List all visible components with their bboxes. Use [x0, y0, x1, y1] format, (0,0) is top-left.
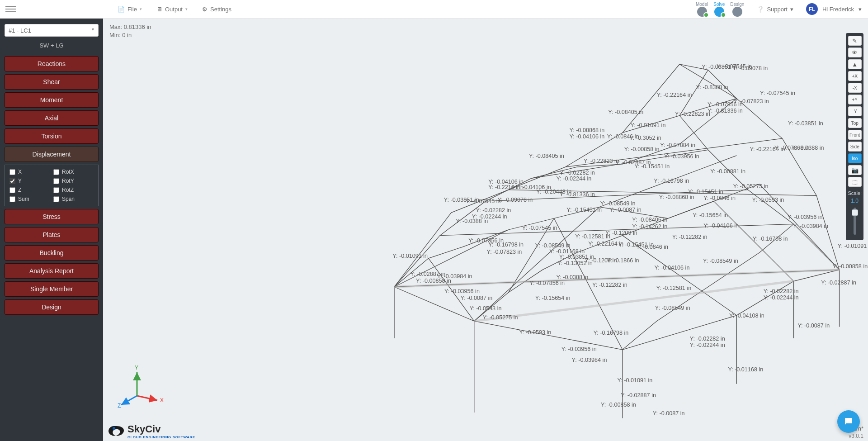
- displacement-label: Y: -0.03984 in: [572, 357, 607, 363]
- view-front[interactable]: Front: [848, 130, 862, 140]
- btn-plates[interactable]: Plates: [5, 227, 99, 242]
- menu-settings[interactable]: ⚙ Settings: [202, 6, 231, 13]
- view-minus-x[interactable]: -X: [848, 83, 862, 93]
- stage-model[interactable]: Model: [696, 2, 708, 17]
- view-plus-y[interactable]: +Y: [848, 95, 862, 104]
- displacement-label: Y: -0.08549 in: [535, 242, 571, 249]
- menu-output[interactable]: 🖥 Output ▾: [156, 6, 188, 13]
- displacement-label: Y: -0.01091 in: [631, 122, 666, 128]
- displacement-label: Y: -0.0388 in: [792, 145, 824, 151]
- structure-model: Y: -0.03851 inY: -0.07545 inY: -0.09078 …: [103, 19, 868, 441]
- view-plus-x[interactable]: +X: [848, 71, 862, 81]
- displacement-label: Y: -0.0087 in: [653, 410, 685, 417]
- chk-rotx[interactable]: RotX: [53, 169, 94, 175]
- displacement-label: Y: -0.22823 in: [584, 158, 619, 164]
- version: v3.0.1: [849, 433, 863, 439]
- displacement-label: Y: -0.15451 in: [566, 207, 602, 213]
- stage-solve[interactable]: Solve: [713, 2, 725, 17]
- displacement-label: Y: -0.00881 in: [710, 168, 745, 175]
- displacement-label: Y: -0.04106 in: [570, 133, 605, 140]
- displacement-label: Y: -0.12581 in: [656, 285, 691, 291]
- stage-model-icon: [697, 7, 707, 17]
- displacement-label: Y: -0.07545 in: [760, 90, 795, 96]
- avatar: FL: [806, 3, 818, 15]
- chk-z[interactable]: Z: [9, 187, 50, 193]
- chk-rotz[interactable]: RotZ: [53, 187, 94, 193]
- displacement-label: Y: -0.08405 in: [632, 217, 667, 223]
- skyciv-logo: SkyCiv CLOUD ENGINEERING SOFTWARE: [108, 423, 195, 439]
- stage-design[interactable]: Design: [730, 2, 744, 17]
- tool-screenshot[interactable]: 📷: [848, 165, 862, 175]
- view-side[interactable]: Side: [848, 142, 862, 152]
- loadcase-select[interactable]: #1 - LC1: [5, 24, 99, 37]
- displacement-label: Y: -0.02282 in: [476, 207, 511, 213]
- btn-buckling[interactable]: Buckling: [5, 245, 99, 261]
- displacement-label: Y: -0.01168 in: [728, 366, 763, 373]
- loadcase-label: SW + LG: [5, 42, 99, 49]
- displacement-label: Y: -0.0388 in: [557, 274, 589, 280]
- user-greeting: Hi Frederick: [822, 6, 854, 13]
- displacement-label: Y: -0.01091 in: [392, 253, 428, 259]
- tool-pencil[interactable]: ✎: [848, 36, 862, 46]
- displacement-label: Y: -0.0087 in: [460, 295, 492, 301]
- view-top[interactable]: Top: [848, 118, 862, 128]
- displacement-label: Y: -0.02244 in: [557, 175, 592, 182]
- chk-span[interactable]: Span: [53, 196, 94, 202]
- displacement-label: Y: -0.07545 in: [466, 198, 501, 204]
- scale-slider[interactable]: [854, 208, 856, 235]
- displacement-label: Y: -0.08549 in: [655, 305, 690, 311]
- btn-design[interactable]: Design: [5, 299, 99, 315]
- displacement-label: Y: -0.00858 in: [601, 402, 636, 408]
- btn-single[interactable]: Single Member: [5, 281, 99, 297]
- chk-x[interactable]: X: [9, 169, 50, 175]
- btn-reactions[interactable]: Reactions: [5, 56, 99, 71]
- displacement-label: Y: -0.03851 in: [788, 120, 823, 127]
- chk-y[interactable]: Y: [9, 178, 50, 184]
- btn-axial[interactable]: Axial: [5, 110, 99, 126]
- displacement-label: Y: -0.16798 in: [594, 330, 629, 336]
- displacement-label: Y: -0.02282 in: [690, 336, 725, 342]
- axis-x-label: X: [160, 397, 164, 403]
- btn-torsion[interactable]: Torsion: [5, 128, 99, 144]
- displacement-label: Y: -0.0593 in: [519, 329, 551, 336]
- displacement-label: Y: -0.1209 in: [605, 230, 637, 236]
- btn-moment[interactable]: Moment: [5, 92, 99, 108]
- displacement-label: Y: -0.00858 in: [624, 146, 660, 152]
- tool-visibility[interactable]: 👁: [848, 47, 862, 57]
- chk-sum[interactable]: Sum: [9, 196, 50, 202]
- btn-report[interactable]: Analysis Report: [5, 263, 99, 279]
- displacement-label: Y: -0.04106 in: [703, 223, 739, 229]
- tool-contour[interactable]: ▲: [848, 59, 862, 69]
- svg-line-2: [121, 396, 137, 405]
- displacement-label: Y: -0.03956 in: [561, 346, 597, 352]
- viewport[interactable]: Max: 0.81336 in Min: 0 in: [103, 19, 868, 441]
- displacement-label: Y: -0.0593 in: [470, 305, 502, 312]
- displacement-label: Y: -0.02887 in: [821, 280, 856, 286]
- displacement-label: Y: -0.03984 in: [437, 273, 472, 280]
- displacement-label: Y: -0.81336 in: [560, 191, 595, 198]
- displacement-label: Y: -0.08549 in: [703, 258, 738, 264]
- chk-roty[interactable]: RotY: [53, 178, 94, 184]
- view-minus-y[interactable]: -Y: [848, 106, 862, 116]
- chat-launcher[interactable]: [837, 410, 860, 433]
- btn-shear[interactable]: Shear: [5, 74, 99, 90]
- svg-point-3: [113, 427, 115, 430]
- hamburger-menu[interactable]: [5, 4, 16, 14]
- displacement-label: Y: -0.0846 in: [703, 195, 736, 201]
- user-menu[interactable]: FL Hi Frederick ▾: [806, 3, 862, 15]
- svg-line-0: [137, 396, 157, 400]
- view-iso[interactable]: Iso: [848, 153, 862, 163]
- view-toolbar: ✎ 👁 ▲ +X -X +Y -Y Top Front Side Iso 📷 ⬚…: [846, 33, 863, 240]
- menu-file[interactable]: 📄 File ▾: [118, 6, 142, 13]
- btn-displacement[interactable]: Displacement: [5, 147, 99, 162]
- displacement-label: Y: -0.07823 in: [487, 249, 522, 255]
- axis-triad: X Y Z: [117, 364, 166, 414]
- displacement-label: Y: -0.1209 in: [585, 257, 617, 264]
- displacement-label: Y: -0.08405 in: [529, 153, 564, 159]
- btn-stress[interactable]: Stress: [5, 209, 99, 224]
- tool-cube[interactable]: ⬚: [848, 177, 862, 187]
- scale-label: Scale:: [848, 190, 862, 196]
- scale-value: 1.0: [851, 198, 859, 204]
- displacement-label: Y: -0.16798 in: [488, 242, 524, 248]
- support-menu[interactable]: ❔ Support ▾: [757, 6, 793, 13]
